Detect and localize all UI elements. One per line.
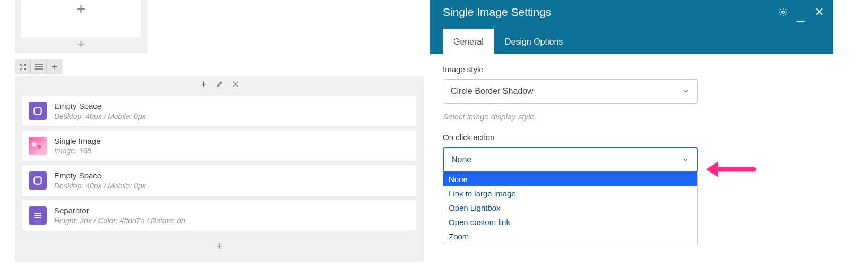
on-click-dropdown: NoneLink to large imageOpen LightboxOpen… [443,172,698,244]
chevron-down-icon [682,156,689,163]
image-style-value: Circle Border Shadow [451,87,534,96]
image-style-select[interactable]: Circle Border Shadow [443,79,698,104]
column-edit-button[interactable] [215,80,224,88]
builder-element[interactable]: Empty SpaceDesktop: 40px / Mobile: 0px [22,96,416,126]
settings-panel: Single Image Settings _ ✕ General Design… [430,0,833,267]
empty-space-icon [29,102,47,120]
image-thumb-icon [29,137,47,155]
panel-controls: _ ✕ [778,5,824,19]
column-delete-button[interactable] [231,80,239,88]
drag-handle[interactable] [31,59,47,74]
tab-design-options[interactable]: Design Options [494,29,573,54]
empty-column-block: + + [15,0,147,53]
dropdown-option[interactable]: Open custom link [443,215,697,229]
close-icon [231,80,239,88]
element-title: Separator [54,205,185,216]
settings-button[interactable] [778,7,788,17]
empty-space-icon [29,171,47,190]
image-style-helper: Select image display style. [443,112,698,121]
dropdown-option[interactable]: Zoom [443,229,697,244]
element-meta: Image: 168 [54,146,101,156]
expand-icon [19,63,27,71]
column-add-button[interactable] [199,80,208,88]
dropdown-option[interactable]: None [443,172,697,186]
builder-element[interactable]: Empty SpaceDesktop: 40px / Mobile: 0px [22,165,416,196]
plus-icon: + [51,61,58,73]
separator-icon [29,206,47,225]
dropdown-option[interactable]: Open Lightbox [443,201,697,215]
element-title: Empty Space [54,170,146,181]
dropdown-option[interactable]: Link to large image [443,186,697,201]
tab-general[interactable]: General [443,29,494,54]
add-column-button[interactable]: + [15,38,147,50]
add-row-button[interactable]: + [47,59,63,74]
page-builder: + + + Empty SpaceDesktop: 40px / Mobile: [15,0,424,262]
svg-point-2 [781,11,784,14]
panel-header: Single Image Settings _ ✕ [430,0,833,24]
pencil-icon [216,80,224,88]
element-meta: Desktop: 40px / Mobile: 0px [54,181,146,191]
element-title: Empty Space [54,101,146,111]
close-button[interactable]: ✕ [814,5,824,19]
svg-rect-0 [34,107,41,114]
gear-icon [778,7,788,17]
panel-body: Image style Circle Border Shadow Select … [430,54,833,255]
panel-tabs: General Design Options [430,24,833,54]
element-title: Single Image [54,136,101,147]
fullscreen-button[interactable] [15,59,31,74]
svg-rect-1 [34,177,41,184]
add-element-button[interactable]: + [15,240,424,252]
row-panel: Empty SpaceDesktop: 40px / Mobile: 0pxSi… [15,76,424,262]
on-click-value: None [451,155,471,165]
row-toolbar: + [15,59,63,74]
element-meta: Desktop: 40px / Mobile: 0px [54,111,146,121]
panel-title: Single Image Settings [443,6,778,19]
on-click-label: On click action [443,133,821,142]
builder-element[interactable]: SeparatorHeight: 2px / Color: #ffda7a / … [22,200,416,231]
element-meta: Height: 2px / Color: #ffda7a / Rotate: o… [54,216,185,226]
on-click-select[interactable]: None [443,147,698,173]
drag-icon [35,64,43,70]
chevron-down-icon [682,88,690,95]
builder-element[interactable]: Single ImageImage: 168 [22,131,416,161]
image-style-label: Image style [443,65,821,74]
add-element-placeholder[interactable]: + [21,0,141,37]
plus-icon [200,80,208,88]
plus-icon: + [76,1,86,17]
column-actions [15,76,424,91]
